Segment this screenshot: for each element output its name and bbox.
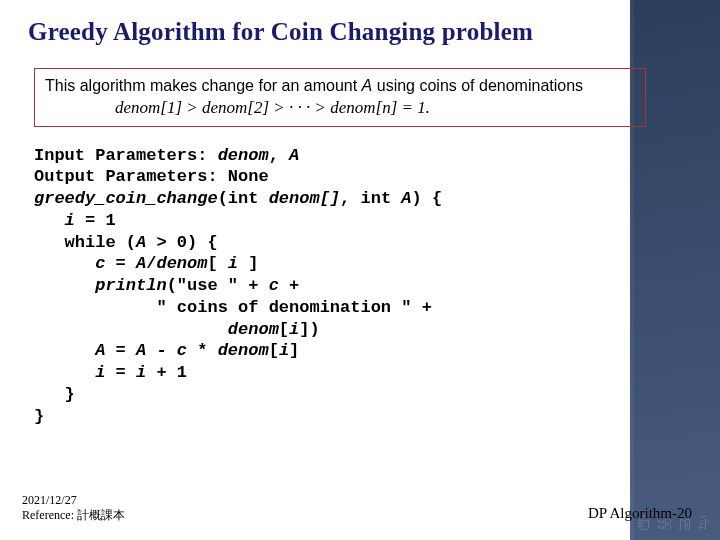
code-l3a: greedy_coin_change [34,189,218,208]
code-l11a [34,363,95,382]
code-l2: Output Parameters: None [34,167,269,186]
desc-var-A: A [362,77,373,94]
code-l3d: , int [340,189,401,208]
code-l6h: i [228,254,238,273]
code-l8: " coins of denomination " + [34,298,432,317]
code-l13: } [34,407,44,426]
code-l9a [34,320,228,339]
code-l4c: = 1 [75,211,116,230]
code-l11e: + 1 [146,363,187,382]
code-l1b: denom [218,146,269,165]
code-l10d: A [136,341,146,360]
desc-text-1: This algorithm makes change for an amoun… [45,77,362,94]
code-l1a: Input Parameters: [34,146,218,165]
code-l4a [34,211,65,230]
code-l11d: i [136,363,146,382]
code-l4b: i [65,211,75,230]
code-l3e: A [401,189,411,208]
code-l6e: / [146,254,156,273]
code-l10k: ] [289,341,299,360]
code-l12: } [34,385,75,404]
code-l10c: = [105,341,136,360]
code-l6d: A [136,254,146,273]
code-l9d: i [289,320,299,339]
code-l11c: = [105,363,136,382]
code-l6i: ] [238,254,258,273]
footer-right: DP Algorithm-20 [588,505,692,522]
code-l6g: [ [207,254,227,273]
code-l10j: i [279,341,289,360]
code-l7b: println [95,276,166,295]
code-l10e: - [146,341,177,360]
code-l10h: denom [218,341,269,360]
code-l5c: > 0) { [146,233,217,252]
code-l7a [34,276,95,295]
code-l7c: ("use " + [167,276,269,295]
code-l10a [34,341,95,360]
code-l9e: ]) [299,320,319,339]
code-l5a: while ( [34,233,136,252]
code-l9b: denom [228,320,279,339]
code-l1c: , [269,146,289,165]
description-box: This algorithm makes change for an amoun… [34,68,646,127]
code-l6b: c [95,254,105,273]
footer-reference: Reference: 計概課本 [22,508,125,522]
code-l10i: [ [269,341,279,360]
code-l6a [34,254,95,273]
desc-text-2: using coins of denominations [372,77,583,94]
footer-date: 2021/12/27 [22,493,125,507]
code-l6c: = [105,254,136,273]
code-l6f: denom [156,254,207,273]
code-l3f: ) { [412,189,443,208]
code-l7d: c [269,276,279,295]
code-l7e: + [279,276,299,295]
slide-title: Greedy Algorithm for Coin Changing probl… [28,18,652,46]
desc-formula: denom[1] > denom[2] > · · · > denom[n] =… [45,97,635,120]
code-l10f: c [177,341,187,360]
code-l3c: denom[] [269,189,340,208]
code-l5b: A [136,233,146,252]
code-l10b: A [95,341,105,360]
code-l9c: [ [279,320,289,339]
code-l3b: (int [218,189,269,208]
code-block: Input Parameters: denom, A Output Parame… [34,145,652,428]
code-l10g: * [187,341,218,360]
code-l11b: i [95,363,105,382]
footer-left: 2021/12/27 Reference: 計概課本 [22,493,125,522]
slide-content: Greedy Algorithm for Coin Changing probl… [0,0,680,427]
code-l1d: A [289,146,299,165]
